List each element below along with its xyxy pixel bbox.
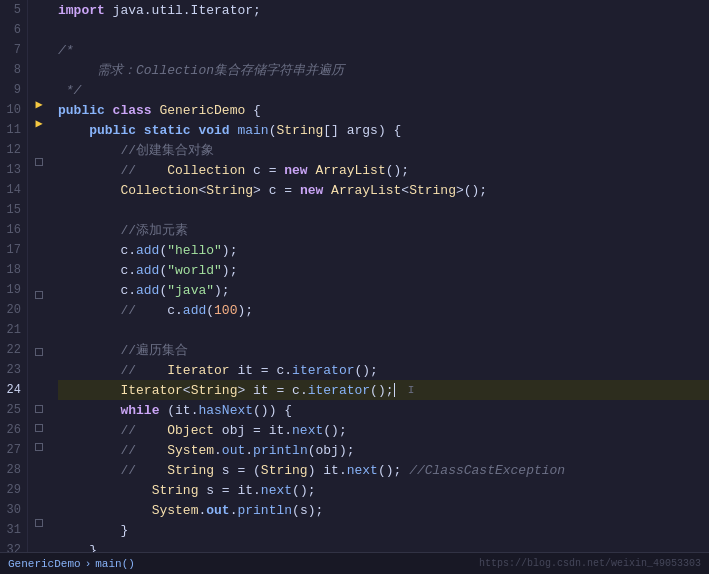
code-line: 需求：Collection集合存储字符串并遍历 — [58, 60, 709, 80]
line-number: 7 — [0, 40, 21, 60]
line-number: 32 — [0, 540, 21, 552]
token: //遍历集合 — [58, 341, 188, 359]
token: hasNext — [198, 403, 253, 418]
token — [58, 383, 120, 398]
token: c. — [58, 263, 136, 278]
code-line: import java.util.Iterator; — [58, 0, 709, 20]
code-line: public class GenericDemo { — [58, 100, 709, 120]
expand-icon[interactable] — [35, 405, 43, 413]
token: ( — [159, 263, 167, 278]
icon-row — [28, 171, 50, 190]
token — [136, 163, 167, 178]
icon-row — [28, 38, 50, 57]
line-number: 24 — [0, 380, 21, 400]
token: ); — [214, 283, 230, 298]
line-number: 9 — [0, 80, 21, 100]
token: next — [347, 463, 378, 478]
editor-container: 5678910111213141516171819202122232425262… — [0, 0, 709, 574]
icon-row — [28, 343, 50, 362]
token: new — [284, 163, 315, 178]
token: { — [253, 103, 261, 118]
code-line: // System.out.println(obj); — [58, 440, 709, 460]
token: ( — [269, 123, 277, 138]
icon-row: ▶ — [28, 114, 50, 133]
line-number: 21 — [0, 320, 21, 340]
token: System — [152, 503, 199, 518]
icon-row — [28, 533, 50, 552]
code-line: Iterator<String> it = c.iterator(); I — [58, 380, 709, 400]
collapse-icon[interactable] — [35, 158, 43, 166]
line-number: 27 — [0, 440, 21, 460]
icon-row — [28, 133, 50, 152]
token: while — [120, 403, 167, 418]
code-line: Collection<String> c = new ArrayList<Str… — [58, 180, 709, 200]
token: String — [261, 463, 308, 478]
token: iterator — [308, 383, 370, 398]
icon-row — [28, 400, 50, 419]
code-line: // Collection c = new ArrayList(); — [58, 160, 709, 180]
token: String — [152, 483, 199, 498]
line-number: 20 — [0, 300, 21, 320]
line-number: 31 — [0, 520, 21, 540]
code-line: c.add("hello"); — [58, 240, 709, 260]
breadcrumb-method: main() — [95, 558, 135, 570]
token: (obj); — [308, 443, 355, 458]
line-number: 25 — [0, 400, 21, 420]
collapse-icon[interactable] — [35, 291, 43, 299]
icon-row — [28, 285, 50, 304]
line-number: 30 — [0, 500, 21, 520]
token: // — [58, 163, 136, 178]
token: (); — [292, 483, 315, 498]
token — [58, 183, 120, 198]
code-line: //创建集合对象 — [58, 140, 709, 160]
code-line — [58, 200, 709, 220]
token: void — [198, 123, 237, 138]
token: /* — [58, 43, 74, 58]
token: GenericDemo — [159, 103, 253, 118]
expand-icon[interactable] — [35, 424, 43, 432]
line-number: 12 — [0, 140, 21, 160]
token: next — [261, 483, 292, 498]
token: 集合存储字符串并遍历 — [214, 61, 344, 79]
debug-arrow-icon: ▶ — [35, 97, 42, 112]
token: ()) { — [253, 403, 292, 418]
token: it = c. — [230, 363, 292, 378]
code-line — [58, 320, 709, 340]
icon-row — [28, 438, 50, 457]
token: String — [167, 463, 214, 478]
token: class — [113, 103, 160, 118]
token: Collection — [167, 163, 245, 178]
icon-row — [28, 495, 50, 514]
collapse-icon[interactable] — [35, 519, 43, 527]
code-line: System.out.println(s); — [58, 500, 709, 520]
icon-row — [28, 514, 50, 533]
code-line: // String s = (String) it.next(); //Clas… — [58, 460, 709, 480]
token: . — [245, 443, 253, 458]
token: < — [401, 183, 409, 198]
token: < — [198, 183, 206, 198]
code-line: //遍历集合 — [58, 340, 709, 360]
token: 100 — [214, 303, 237, 318]
debug-arrow-icon: ▶ — [35, 116, 42, 131]
token: next — [292, 423, 323, 438]
token: println — [237, 503, 292, 518]
code-line: // c.add(100); — [58, 300, 709, 320]
collapse-icon[interactable] — [35, 348, 43, 356]
token: (); — [386, 163, 409, 178]
token: (s); — [292, 503, 323, 518]
token: (it. — [167, 403, 198, 418]
token: obj = it. — [214, 423, 292, 438]
icon-row — [28, 305, 50, 324]
token: String — [206, 183, 253, 198]
line-number: 13 — [0, 160, 21, 180]
token: c = — [245, 163, 284, 178]
token: . — [230, 503, 238, 518]
expand-icon[interactable] — [35, 443, 43, 451]
token: s = it. — [198, 483, 260, 498]
code-line: } — [58, 520, 709, 540]
token: main — [237, 123, 268, 138]
token: (); — [355, 363, 378, 378]
status-right: https://blog.csdn.net/weixin_49053303 — [479, 558, 701, 569]
token: iterator — [292, 363, 354, 378]
line-number: 19 — [0, 280, 21, 300]
